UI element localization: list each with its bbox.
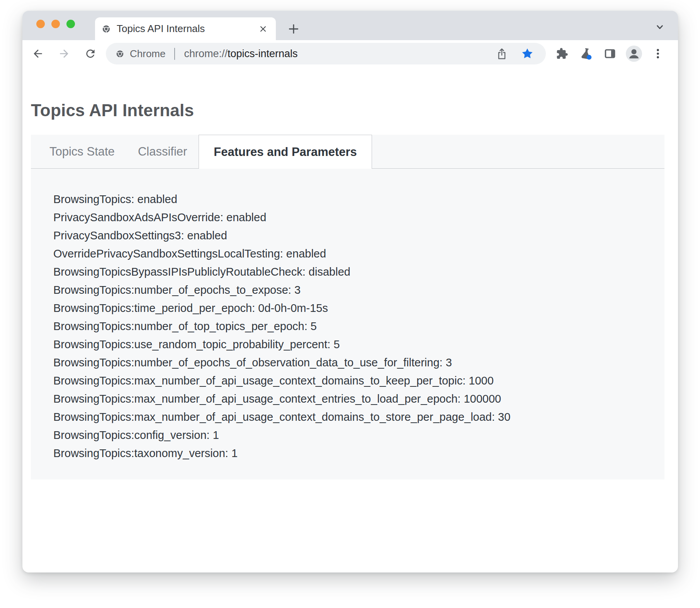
parameter-line: BrowsingTopics:max_number_of_api_usage_c… [53,408,664,426]
extensions-button[interactable] [554,45,571,62]
parameter-line: BrowsingTopicsBypassIPIsPubliclyRoutable… [53,263,664,281]
page-tab-row: Topics StateClassifierFeatures and Param… [31,135,664,169]
back-arrow-icon [32,47,44,60]
labs-flask-icon [579,47,593,60]
url-text: chrome://topics-internals [184,48,297,60]
profile-button[interactable] [625,45,642,62]
tab-strip-chevron-icon [654,21,666,33]
parameter-line: OverridePrivacySandboxSettingsLocalTesti… [53,245,664,263]
parameter-line: BrowsingTopics:time_period_per_epoch: 0d… [53,299,664,317]
window-minimize-button[interactable] [51,20,60,28]
page-favicon-icon [102,25,110,33]
back-button[interactable] [29,45,46,62]
url-scheme: chrome:// [184,48,228,59]
page-tab-classifier[interactable]: Classifier [126,135,199,168]
toolbar-actions [554,45,666,62]
traffic-lights [36,20,75,28]
share-button[interactable] [495,47,509,61]
share-icon [496,47,508,60]
bookmark-button[interactable] [520,47,534,61]
parameter-line: BrowsingTopics:max_number_of_api_usage_c… [53,390,664,408]
more-menu-icon [652,47,664,60]
url-product-label: Chrome [130,48,165,60]
side-panel-icon [604,47,616,60]
parameter-line: BrowsingTopics:number_of_top_topics_per_… [53,317,664,335]
forward-arrow-icon [58,47,70,60]
browser-toolbar: Chrome chrome://topics-internals [22,40,678,67]
parameters-list: BrowsingTopics: enabledPrivacySandboxAds… [31,169,664,462]
bookmark-star-icon [521,47,533,60]
reload-icon [84,47,97,60]
parameter-line: BrowsingTopics:number_of_epochs_of_obser… [53,354,664,372]
parameter-line: BrowsingTopics:number_of_epochs_to_expos… [53,281,664,299]
parameter-line: BrowsingTopics:taxonomy_version: 1 [53,444,664,462]
page-tab-features-and-parameters[interactable]: Features and Parameters [199,135,372,169]
parameter-line: BrowsingTopics: enabled [53,190,664,208]
url-host: topics-internals [228,48,298,59]
chrome-logo-icon [116,50,124,58]
tab-close-button[interactable] [257,22,270,36]
tab-box-panel: Topics StateClassifierFeatures and Param… [31,135,664,479]
page-content: Topics API Internals Topics StateClassif… [22,67,678,479]
browser-tab-title: Topics API Internals [117,23,257,35]
address-bar[interactable]: Chrome chrome://topics-internals [106,43,546,64]
parameter-line: BrowsingTopics:use_random_topic_probabil… [53,335,664,354]
forward-button[interactable] [56,45,73,62]
side-panel-button[interactable] [601,45,618,62]
labs-button[interactable] [578,45,595,62]
browser-window: Topics API Internals [22,11,678,572]
more-menu-button[interactable] [649,45,666,62]
new-tab-plus-icon [288,23,299,35]
tab-search-button[interactable] [652,19,668,35]
parameter-line: BrowsingTopics:config_version: 1 [53,426,664,444]
window-zoom-button[interactable] [66,20,75,28]
page-title: Topics API Internals [31,100,678,120]
parameter-line: PrivacySandboxAdsAPIsOverride: enabled [53,208,664,227]
profile-avatar-icon [625,45,642,62]
reload-button[interactable] [82,45,99,62]
window-close-button[interactable] [36,20,45,28]
extensions-puzzle-icon [556,47,568,60]
tab-strip: Topics API Internals [22,11,678,40]
parameter-line: BrowsingTopics:max_number_of_api_usage_c… [53,372,664,390]
url-separator [174,48,175,60]
new-tab-button[interactable] [287,22,301,36]
tab-close-icon [258,24,268,34]
parameter-line: PrivacySandboxSettings3: enabled [53,227,664,245]
browser-tab[interactable]: Topics API Internals [95,17,276,40]
page-tab-topics-state[interactable]: Topics State [38,135,126,168]
